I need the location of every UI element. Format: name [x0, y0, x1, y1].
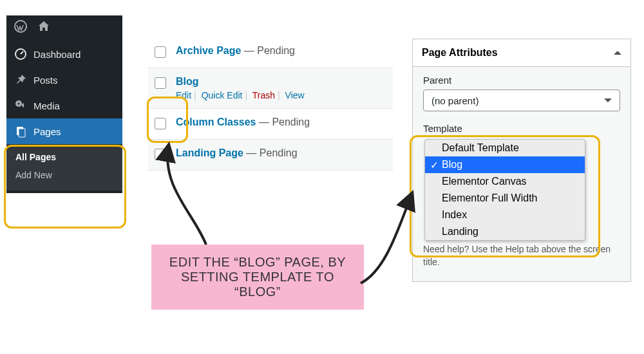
collapse-icon — [614, 51, 621, 55]
table-row: Blog Edit| Quick Edit| Trash| View — [148, 68, 393, 109]
row-checkbox[interactable] — [155, 118, 166, 129]
page-title-link[interactable]: Archive Page — [176, 45, 241, 56]
parent-label: Parent — [423, 75, 620, 86]
media-icon — [14, 99, 27, 112]
chevron-down-icon — [604, 98, 612, 102]
page-status: — Pending — [246, 147, 297, 158]
metabox-title: Page Attributes — [422, 47, 498, 59]
annotation-note: EDIT THE “BLOG” PAGE, BY SETTING TEMPLAT… — [151, 245, 364, 310]
svg-point-0 — [15, 21, 26, 32]
admin-menu: Dashboard Posts Media Pages All Pages Ad… — [6, 39, 122, 193]
menu-media[interactable]: Media — [6, 93, 122, 118]
pages-list: Archive Page — Pending Blog Edit| Quick … — [148, 37, 393, 171]
menu-label: Pages — [33, 126, 61, 137]
row-checkbox[interactable] — [155, 149, 166, 160]
template-option[interactable]: Blog — [425, 156, 585, 173]
row-checkbox[interactable] — [155, 77, 166, 89]
svg-point-3 — [18, 103, 20, 105]
table-row: Column Classes — Pending — [148, 109, 393, 140]
wordpress-logo-icon[interactable] — [14, 20, 27, 35]
menu-pages[interactable]: Pages — [6, 118, 122, 144]
admin-sidebar: Dashboard Posts Media Pages All Pages Ad… — [6, 15, 122, 193]
metabox-header[interactable]: Page Attributes — [413, 39, 630, 67]
dashboard-icon — [14, 48, 27, 61]
action-view[interactable]: View — [285, 90, 305, 100]
parent-select-value: (no parent) — [431, 95, 478, 106]
page-status: — Pending — [244, 45, 295, 56]
page-attributes-metabox: Page Attributes Parent (no parent) Templ… — [412, 39, 631, 282]
template-option[interactable]: Default Template — [425, 140, 585, 156]
row-checkbox[interactable] — [155, 46, 166, 58]
admin-bar — [6, 15, 122, 39]
table-row: Archive Page — Pending — [148, 37, 393, 68]
action-quick-edit[interactable]: Quick Edit — [202, 90, 243, 100]
parent-select[interactable]: (no parent) — [423, 89, 620, 111]
row-actions: Edit| Quick Edit| Trash| View — [176, 90, 305, 100]
menu-label: Dashboard — [33, 49, 80, 60]
template-option[interactable]: Elementor Canvas — [425, 173, 585, 190]
metabox-help-text: Need help? Use the Help tab above the sc… — [423, 243, 620, 268]
page-title-link[interactable]: Column Classes — [176, 116, 256, 127]
template-dropdown[interactable]: Default Template Blog Elementor Canvas E… — [424, 139, 585, 241]
page-title-link[interactable]: Blog — [176, 76, 199, 87]
menu-label: Posts — [33, 75, 58, 86]
page-title-link[interactable]: Landing Page — [176, 147, 243, 158]
template-label: Template — [423, 123, 620, 134]
pages-icon — [14, 125, 27, 138]
menu-posts[interactable]: Posts — [6, 67, 122, 93]
home-icon[interactable] — [37, 20, 50, 35]
action-trash[interactable]: Trash — [252, 90, 275, 100]
page-status: — Pending — [259, 116, 310, 127]
svg-rect-5 — [19, 129, 25, 137]
submenu-all-pages[interactable]: All Pages — [6, 148, 122, 166]
menu-dashboard[interactable]: Dashboard — [6, 41, 122, 67]
pushpin-icon — [14, 73, 27, 86]
template-option[interactable]: Landing — [425, 223, 585, 240]
template-option[interactable]: Elementor Full Width — [425, 190, 585, 207]
menu-label: Media — [33, 100, 60, 111]
table-row: Landing Page — Pending — [148, 140, 393, 171]
submenu-pages: All Pages Add New — [6, 144, 122, 191]
template-option[interactable]: Index — [425, 207, 585, 223]
action-edit[interactable]: Edit — [176, 90, 191, 100]
submenu-add-new[interactable]: Add New — [6, 166, 122, 184]
